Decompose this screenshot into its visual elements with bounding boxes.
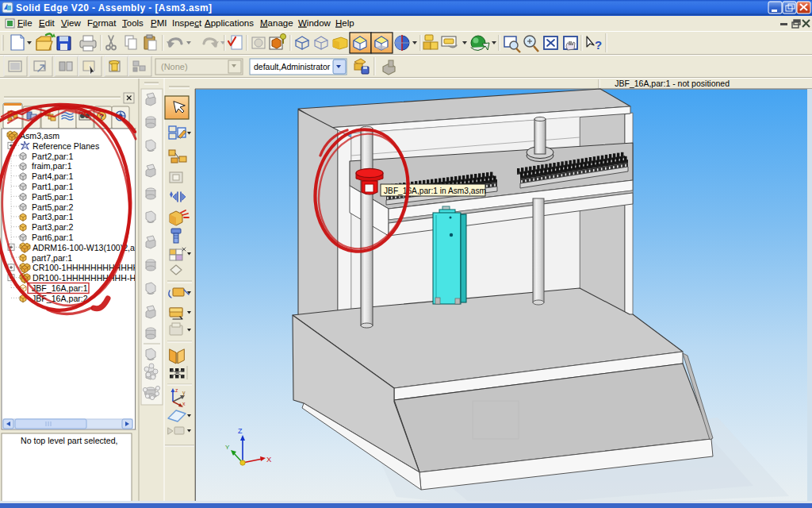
svg-text:Asm3,asm: Asm3,asm (20, 131, 59, 140)
svg-text:Part3,par:1: Part3,par:1 (32, 212, 74, 221)
svg-text:PMI: PMI (151, 18, 167, 28)
svg-text:y: y (182, 390, 186, 396)
svg-text:Solid Edge V20 - Assembly - [A: Solid Edge V20 - Assembly - [Asm3.asm] (16, 2, 213, 13)
svg-text:Help: Help (335, 18, 354, 28)
svg-text:?: ? (595, 38, 602, 52)
svg-text:Z: Z (238, 427, 243, 435)
svg-text:Manage: Manage (260, 18, 293, 28)
svg-text:x: x (182, 401, 186, 406)
svg-text:JBF_16A,par:1: JBF_16A,par:1 (32, 283, 88, 293)
svg-text:Part1,par:1: Part1,par:1 (32, 182, 74, 191)
svg-text:default,Administrator: default,Administrator (254, 62, 331, 71)
svg-text:Reference Planes: Reference Planes (33, 141, 99, 151)
svg-text:part7,par:1: part7,par:1 (32, 253, 72, 263)
svg-text:Part2,par:1: Part2,par:1 (32, 152, 74, 161)
svg-text:DR100-1HHHHHHHHHH-HHIH: DR100-1HHHHHHHHHH-HHIH (33, 273, 150, 283)
svg-text:Part6,par:1: Part6,par:1 (32, 233, 74, 242)
svg-text:Window: Window (298, 18, 331, 28)
svg-text:Part5,par:2: Part5,par:2 (32, 202, 74, 212)
svg-text:(None): (None) (161, 62, 188, 71)
svg-text:Edit: Edit (39, 18, 56, 28)
svg-text:X: X (266, 455, 272, 464)
svg-text:Part4,par:1: Part4,par:1 (32, 171, 74, 181)
svg-text:Part5,par:1: Part5,par:1 (32, 192, 74, 202)
svg-text:Y: Y (225, 444, 230, 451)
svg-text:No top level part selected,: No top level part selected, (21, 436, 118, 445)
svg-text:Applications: Applications (205, 18, 254, 28)
svg-text:Part3,par:2: Part3,par:2 (32, 222, 74, 232)
svg-text:View: View (61, 18, 81, 28)
svg-text:Tools: Tools (122, 18, 144, 28)
svg-text:JBF_16A,par:1 - not positioned: JBF_16A,par:1 - not positioned (615, 79, 730, 88)
svg-text:fraim,par:1: fraim,par:1 (32, 161, 72, 171)
svg-text:Format: Format (87, 18, 117, 28)
svg-text:JBF_16A,par:1 in Asm3,asm: JBF_16A,par:1 in Asm3,asm (384, 187, 486, 195)
svg-text:File: File (17, 18, 33, 28)
svg-text:z: z (175, 387, 178, 393)
svg-text:Inspect: Inspect (172, 18, 202, 28)
